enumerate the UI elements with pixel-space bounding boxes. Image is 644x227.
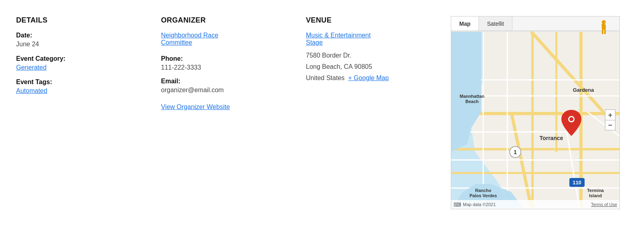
view-organizer-website-link[interactable]: View Organizer Website [161, 103, 290, 111]
map-tab-map[interactable]: Map [451, 17, 479, 31]
map-wrapper: Map Satellit ⤢ [451, 16, 620, 209]
svg-text:Torrance: Torrance [540, 135, 564, 141]
organizer-name-link[interactable]: Neighborhood Race Committee [161, 32, 290, 46]
map-tabs: Map Satellit ⤢ [451, 17, 619, 31]
date-label: Date: [16, 32, 145, 39]
phone-label: Phone: [161, 55, 290, 62]
zoom-in-button[interactable]: + [605, 109, 615, 120]
street-view-person-icon[interactable] [599, 20, 608, 39]
email-value: organizer@email.com [161, 87, 290, 94]
venue-column: VENUE Music & Entertainment Stage 7580 B… [306, 16, 451, 209]
google-map-link[interactable]: + Google Map [348, 74, 389, 81]
date-value: June 24 [16, 41, 145, 48]
email-label: Email: [161, 78, 290, 85]
map-copyright: Map data ©2021 [463, 202, 496, 207]
organizer-name-line1: Neighborhood Race [161, 32, 218, 39]
organizer-heading: ORGANIZER [161, 16, 290, 25]
svg-rect-12 [531, 32, 534, 208]
svg-text:110: 110 [573, 180, 582, 186]
map-body[interactable]: 1 110 Mannhattan Beach Gardena Torrance … [451, 31, 619, 209]
venue-heading: VENUE [306, 16, 435, 25]
svg-text:Mannhattan: Mannhattan [460, 94, 484, 99]
svg-text:Palos Verdes: Palos Verdes [470, 193, 497, 198]
organizer-column: ORGANIZER Neighborhood Race Committee Ph… [161, 16, 306, 209]
svg-text:Island: Island [589, 193, 602, 198]
map-footer: ⌨ Map data ©2021 Terms of Use [451, 200, 619, 209]
svg-rect-1 [602, 24, 606, 30]
svg-point-39 [570, 117, 574, 121]
map-terms-link[interactable]: Terms of Use [591, 202, 617, 207]
venue-name-line2: Stage [306, 39, 323, 46]
map-tab-satellite[interactable]: Satellit [479, 17, 512, 31]
event-category-label: Event Category: [16, 55, 145, 62]
venue-address-line1: 7580 Border Dr. [306, 52, 435, 59]
event-category-link[interactable]: Generated [16, 64, 47, 71]
map-footer-left: ⌨ Map data ©2021 [454, 202, 496, 208]
organizer-name-line2: Committee [161, 39, 192, 46]
event-tags-link[interactable]: Automated [16, 87, 47, 94]
venue-name-link[interactable]: Music & Entertainment Stage [306, 32, 435, 46]
venue-address-line2: Long Beach, CA 90805 [306, 63, 435, 70]
svg-rect-11 [451, 172, 619, 174]
svg-text:Beach: Beach [465, 99, 479, 104]
svg-text:Termina: Termina [587, 188, 604, 193]
map-column: Map Satellit ⤢ [451, 16, 628, 209]
keyboard-icon: ⌨ [454, 202, 461, 208]
svg-rect-3 [604, 29, 606, 34]
svg-text:Gardena: Gardena [573, 87, 594, 93]
svg-rect-10 [451, 148, 619, 151]
venue-name-line1: Music & Entertainment [306, 32, 371, 39]
svg-text:Rancho: Rancho [475, 188, 491, 193]
details-column: DETAILS Date: June 24 Event Category: Ge… [16, 16, 161, 209]
venue-country: United States [306, 74, 345, 81]
venue-address-line3: United States + Google Map [306, 74, 435, 82]
main-container: DETAILS Date: June 24 Event Category: Ge… [0, 0, 644, 225]
svg-rect-13 [555, 32, 557, 152]
event-tags-label: Event Tags: [16, 78, 145, 86]
svg-point-0 [602, 20, 606, 24]
map-svg: 1 110 Mannhattan Beach Gardena Torrance … [451, 31, 619, 209]
svg-rect-2 [602, 29, 603, 34]
zoom-out-button[interactable]: − [605, 120, 615, 130]
svg-text:1: 1 [514, 149, 517, 155]
map-zoom-controls: + − [605, 109, 615, 130]
phone-value: 111-222-3333 [161, 64, 290, 71]
details-heading: DETAILS [16, 16, 145, 25]
